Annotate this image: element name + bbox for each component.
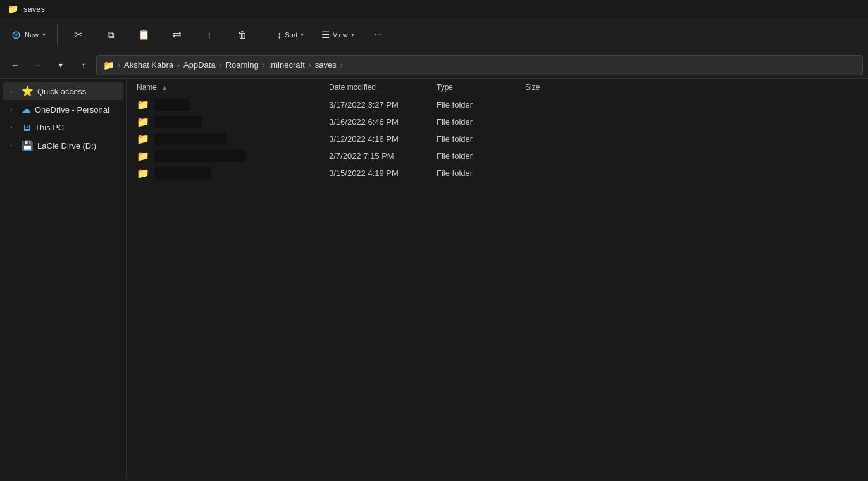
thispc-icon: 🖥 (22, 122, 31, 133)
folder-icon-4: 📁 (137, 150, 149, 162)
nav-bar: ← → ▾ ↑ 📁 › Akshat Kabra › AppData › Roa… (0, 51, 868, 79)
main-layout: › ⭐ Quick access › ☁ OneDrive - Personal… (0, 79, 868, 479)
cut-button[interactable]: ✂ (63, 21, 93, 49)
cut-icon: ✂ (74, 30, 82, 40)
file-date-5: 3/15/2022 4:19 PM (329, 168, 437, 178)
col-header-size[interactable]: Size (525, 83, 588, 92)
sort-dropdown-icon: ▾ (301, 31, 304, 38)
separator-1 (57, 25, 58, 45)
address-bar[interactable]: 📁 › Akshat Kabra › AppData › Roaming › .… (96, 55, 863, 75)
thispc-arrow: › (10, 124, 18, 131)
sort-button[interactable]: ↕ Sort ▾ (268, 21, 313, 49)
delete-icon: 🗑 (238, 30, 247, 39)
more-button[interactable]: ··· (363, 21, 394, 49)
title-bar: 📁 saves (0, 0, 868, 18)
breadcrumb-roaming[interactable]: Roaming (226, 60, 259, 70)
file-date-1: 3/17/2022 3:27 PM (329, 100, 437, 109)
new-button[interactable]: ⊕ New ▾ (5, 21, 52, 49)
address-folder-icon: 📁 (103, 60, 114, 70)
lacie-label: LaCie Dirve (D:) (37, 141, 96, 151)
title-bar-icon: 📁 (8, 4, 18, 14)
view-icon: ☰ (321, 30, 330, 39)
sidebar-item-quick-access[interactable]: › ⭐ Quick access (3, 82, 123, 100)
sep-4: › (309, 61, 311, 70)
toolbar: ⊕ New ▾ ✂ ⧉ 📋 ⮂ ↑ 🗑 ↕ Sort ▾ ☰ View ▾ ··… (0, 18, 868, 51)
col-header-date[interactable]: Date modified (329, 83, 437, 92)
back-button[interactable]: ← (5, 55, 25, 75)
file-type-1: File folder (437, 100, 525, 109)
view-label: View (333, 31, 348, 39)
title-bar-text: saves (23, 4, 45, 14)
file-name-5 (154, 167, 211, 179)
folder-icon-3: 📁 (137, 133, 149, 145)
paste-icon: 📋 (138, 30, 150, 39)
move-icon: ⮂ (172, 30, 182, 39)
share-button[interactable]: ↑ (194, 21, 225, 49)
quick-access-star-icon: ⭐ (22, 85, 34, 97)
file-name-col-3: 📁 (127, 133, 329, 145)
onedrive-label: OneDrive - Personal (35, 105, 109, 115)
table-row[interactable]: 📁 3/12/2022 4:16 PM File folder (127, 130, 868, 147)
folder-icon-1: 📁 (137, 99, 149, 111)
file-name-3 (154, 133, 227, 145)
new-icon: ⊕ (11, 29, 21, 41)
sep-5: › (340, 61, 343, 70)
file-area: Name ▲ Date modified Type Size 📁 3/17/20… (127, 79, 868, 479)
file-name-col-5: 📁 (127, 167, 329, 179)
col-header-type[interactable]: Type (437, 83, 525, 92)
file-type-4: File folder (437, 151, 525, 161)
sidebar-item-lacie[interactable]: › 💾 LaCie Dirve (D:) (3, 137, 123, 154)
share-icon: ↑ (207, 30, 212, 39)
breadcrumb-minecraft[interactable]: .minecraft (269, 60, 305, 70)
forward-button[interactable]: → (28, 55, 48, 75)
file-date-2: 3/16/2022 6:46 PM (329, 117, 437, 127)
new-label: New (25, 31, 39, 39)
view-button[interactable]: ☰ View ▾ (315, 21, 361, 49)
lacie-arrow: › (10, 142, 18, 149)
onedrive-icon: ☁ (22, 104, 31, 115)
table-row[interactable]: 📁 3/16/2022 6:46 PM File folder (127, 113, 868, 130)
sep-1: › (177, 61, 180, 70)
move-button[interactable]: ⮂ (161, 21, 192, 49)
sep-0: › (118, 61, 120, 70)
more-icon: ··· (374, 29, 382, 41)
file-list-header: Name ▲ Date modified Type Size (127, 79, 868, 96)
breadcrumb-saves[interactable]: saves (315, 60, 337, 70)
paste-button[interactable]: 📋 (128, 21, 159, 49)
sidebar-item-onedrive[interactable]: › ☁ OneDrive - Personal (3, 101, 123, 118)
sidebar: › ⭐ Quick access › ☁ OneDrive - Personal… (0, 79, 127, 479)
file-type-5: File folder (437, 168, 525, 178)
file-name-col-1: 📁 (127, 99, 329, 111)
quick-access-label: Quick access (37, 87, 86, 96)
recent-button[interactable]: ▾ (51, 55, 71, 75)
folder-icon-5: 📁 (137, 167, 149, 179)
file-name-col-4: 📁 (127, 150, 329, 162)
file-name-2 (154, 116, 202, 128)
file-name-col-2: 📁 (127, 116, 329, 128)
sep-3: › (263, 61, 265, 70)
breadcrumb-appdata[interactable]: AppData (183, 60, 216, 70)
table-row[interactable]: 📁 2/7/2022 7:15 PM File folder (127, 147, 868, 165)
lacie-icon: 💾 (22, 140, 34, 151)
up-button[interactable]: ↑ (73, 55, 94, 75)
thispc-label: This PC (35, 123, 64, 132)
sidebar-item-thispc[interactable]: › 🖥 This PC (3, 119, 123, 136)
file-name-4 (154, 150, 246, 162)
quick-access-arrow: › (10, 88, 18, 95)
delete-button[interactable]: 🗑 (227, 21, 257, 49)
file-type-3: File folder (437, 134, 525, 144)
file-type-2: File folder (437, 117, 525, 127)
new-dropdown-icon: ▾ (42, 31, 46, 38)
sort-label: Sort (285, 31, 297, 39)
copy-icon: ⧉ (108, 30, 115, 39)
col-header-name[interactable]: Name ▲ (127, 83, 329, 92)
view-dropdown-icon: ▾ (351, 31, 354, 38)
table-row[interactable]: 📁 3/17/2022 3:27 PM File folder (127, 96, 868, 113)
sort-icon: ↕ (277, 30, 282, 39)
onedrive-arrow: › (10, 106, 18, 113)
copy-button[interactable]: ⧉ (96, 21, 126, 49)
folder-icon-2: 📁 (137, 116, 149, 128)
breadcrumb-akshat[interactable]: Akshat Kabra (124, 60, 173, 70)
file-date-3: 3/12/2022 4:16 PM (329, 134, 437, 144)
table-row[interactable]: 📁 3/15/2022 4:19 PM File folder (127, 165, 868, 182)
